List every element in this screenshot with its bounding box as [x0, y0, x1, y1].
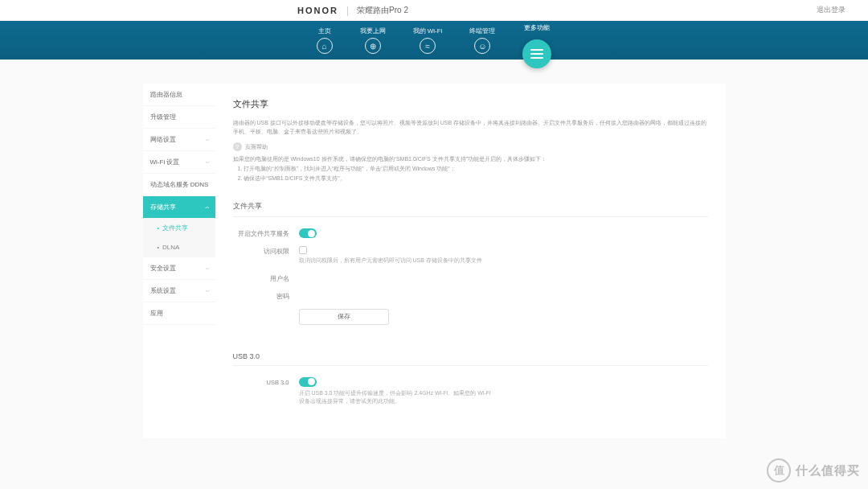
sidebar-item-system[interactable]: 系统设置: [143, 280, 215, 302]
page-title: 文件共享: [233, 98, 708, 110]
home-icon: ⌂: [317, 38, 333, 54]
sidebar: 路由器信息 升级管理 网络设置 Wi-Fi 设置 动态域名服务 DDNS 存储共…: [143, 84, 215, 438]
nav-internet-label: 我要上网: [360, 27, 386, 35]
section-title-fileshare: 文件共享: [233, 201, 708, 212]
sidebar-item-apps[interactable]: 应用: [143, 302, 215, 325]
help-label: 页面帮助: [245, 143, 268, 151]
usb3-label: USB 3.0: [233, 377, 289, 386]
divider: [233, 216, 708, 217]
nav-more[interactable]: 更多功能: [522, 25, 551, 65]
content-panel: 文件共享 路由器的 USB 接口可以外接移动硬盘等存储设备，您可以将照片、视频等…: [215, 84, 726, 438]
access-hint: 取消访问权限后，所有用户无需密码即可访问 USB 存储设备中的共享文件: [299, 257, 482, 265]
watermark-badge: 值: [767, 458, 791, 483]
sidebar-item-network[interactable]: 网络设置: [143, 129, 215, 151]
wifi-icon: ≈: [420, 38, 436, 54]
sidebar-sub-dlna[interactable]: DLNA: [143, 238, 215, 257]
logout-link[interactable]: 退出登录: [817, 5, 845, 15]
page-description: 路由器的 USB 接口可以外接移动硬盘等存储设备，您可以将照片、视频等资源放到 …: [233, 118, 708, 136]
sidebar-item-ddns[interactable]: 动态域名服务 DDNS: [143, 174, 215, 196]
help-icon: ?: [233, 142, 242, 151]
sidebar-sub-fileshare[interactable]: 文件共享: [143, 219, 215, 238]
help-text-2: 1. 打开电脑的“控制面板”，找到并进入“程序与功能”，单击“启用或关闭 Win…: [233, 164, 708, 174]
brand-bar: HONOR | 荣耀路由Pro 2 退出登录: [0, 0, 868, 21]
sidebar-item-wifi[interactable]: Wi-Fi 设置: [143, 151, 215, 174]
nav-wifi[interactable]: 我的 Wi-Fi ≈: [413, 27, 443, 54]
top-nav: 主页 ⌂ 我要上网 ⊕ 我的 Wi-Fi ≈ 终端管理 ☺ 更多功能: [0, 21, 868, 60]
watermark-text: 什么值得买: [796, 463, 860, 479]
access-checkbox[interactable]: [299, 246, 307, 254]
brand-separator: |: [346, 5, 349, 16]
hamburger-button[interactable]: [522, 39, 551, 68]
nav-internet[interactable]: 我要上网 ⊕: [360, 27, 386, 54]
brand-logo: HONOR: [297, 6, 338, 15]
usb3-hint: 开启 USB 3.0 功能可提升传输速度，但会影响 2.4GHz Wi-Fi。如…: [299, 389, 492, 406]
watermark: 值 什么值得买: [767, 458, 860, 483]
usb3-toggle[interactable]: [299, 377, 317, 387]
sidebar-item-router-info[interactable]: 路由器信息: [143, 84, 215, 106]
nav-terminal[interactable]: 终端管理 ☺: [469, 27, 495, 54]
section-title-usb: USB 3.0: [233, 352, 708, 360]
help-text-3: 2. 确保选中“SMB1.0/CIFS 文件共享支持”。: [233, 174, 708, 183]
password-label: 密码: [233, 291, 289, 301]
enable-share-toggle[interactable]: [299, 228, 317, 238]
hamburger-icon: [530, 49, 543, 59]
access-label: 访问权限: [233, 246, 289, 256]
user-icon: ☺: [474, 38, 490, 54]
nav-wifi-label: 我的 Wi-Fi: [413, 27, 443, 35]
username-label: 用户名: [233, 273, 289, 283]
save-button[interactable]: 保存: [299, 309, 389, 325]
nav-home-label: 主页: [318, 27, 331, 35]
divider: [233, 365, 708, 366]
nav-home[interactable]: 主页 ⌂: [317, 27, 333, 54]
help-text-1: 如果您的电脑使用的是 Windows10 操作系统，请确保您的电脑的“SMB1.…: [233, 154, 708, 164]
nav-terminal-label: 终端管理: [469, 27, 495, 35]
nav-more-label: 更多功能: [524, 23, 550, 32]
sidebar-item-security[interactable]: 安全设置: [143, 257, 215, 280]
brand-model: 荣耀路由Pro 2: [357, 5, 408, 16]
enable-share-label: 开启文件共享服务: [233, 228, 289, 238]
sidebar-item-storage[interactable]: 存储共享: [143, 196, 215, 219]
sidebar-item-upgrade[interactable]: 升级管理: [143, 106, 215, 129]
globe-icon: ⊕: [365, 38, 381, 54]
